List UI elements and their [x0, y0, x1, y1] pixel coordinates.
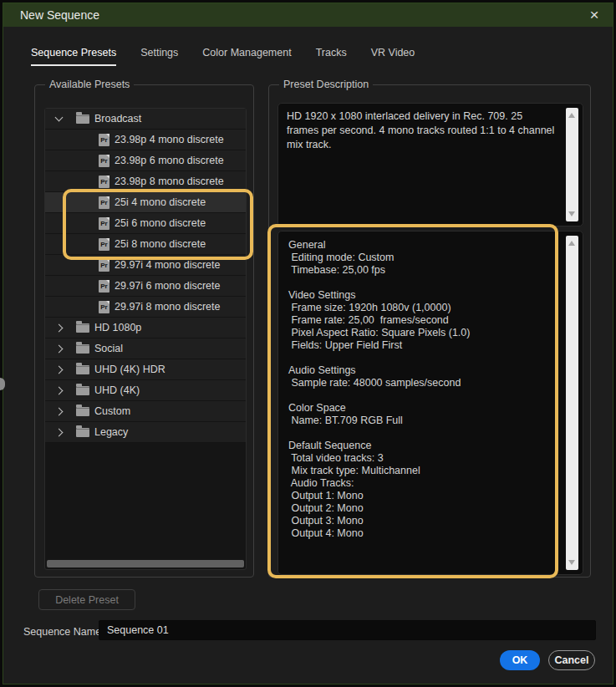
tree-item-label: 25i 8 mono discrete: [115, 238, 206, 250]
detail-line: Audio Settings: [288, 364, 556, 377]
detail-line: [288, 389, 556, 402]
tab-tracks[interactable]: Tracks: [316, 47, 347, 66]
chevron-right-icon[interactable]: [55, 386, 64, 394]
preset-description-group: Preset Description HD 1920 x 1080 interl…: [268, 84, 591, 578]
tree-folder-uhd-4k-[interactable]: UHD (4K): [45, 380, 246, 401]
detail-line: Video Settings: [288, 289, 556, 302]
preset-details-box: General Editing mode: Custom Timebase: 2…: [277, 231, 583, 575]
tree-item-label: 23.98p 6 mono discrete: [115, 155, 224, 166]
tree-preset-25i-6-mono-discrete[interactable]: Pr25i 6 mono discrete: [45, 213, 246, 234]
tree-preset-23-98p-4-mono-discrete[interactable]: Pr23.98p 4 mono discrete: [45, 130, 246, 150]
detail-line: Audio Tracks:: [288, 477, 556, 490]
chevron-right-icon[interactable]: [55, 344, 64, 353]
chevron-right-icon[interactable]: [55, 365, 64, 374]
detail-line: Frame size: 1920h 1080v (1,0000): [288, 302, 556, 314]
detail-line: General: [288, 239, 556, 252]
tree-preset-29-97i-6-mono-discrete[interactable]: Pr29.97i 6 mono discrete: [45, 276, 246, 297]
chevron-right-icon[interactable]: [55, 407, 64, 415]
tree-item-label: 23.98p 4 mono discrete: [115, 134, 224, 145]
folder-icon: [76, 407, 89, 416]
available-presets-label: Available Presets: [45, 79, 134, 90]
detail-line: Pixel Aspect Ratio: Square Pixels (1.0): [288, 327, 556, 339]
detail-line: Mix track type: Multichannel: [288, 465, 556, 477]
tree-folder-broadcast[interactable]: Broadcast: [45, 109, 246, 130]
premiere-file-icon: Pr: [99, 134, 109, 146]
premiere-file-icon: Pr: [99, 196, 109, 209]
sequence-name-label: Sequence Name:: [23, 626, 104, 638]
detail-line: Output 1: Mono: [288, 490, 556, 502]
folder-icon: [76, 365, 89, 374]
scroll-up-icon[interactable]: [568, 241, 575, 246]
detail-line: Default Sequence: [288, 440, 556, 452]
tab-bar: Sequence PresetsSettingsColor Management…: [31, 47, 415, 66]
tab-color-management[interactable]: Color Management: [202, 47, 291, 66]
tree-item-label: Custom: [94, 405, 130, 417]
detail-line: Name: BT.709 RGB Full: [288, 415, 556, 427]
premiere-file-icon: Pr: [99, 155, 109, 167]
detail-line: Frame rate: 25,00 frames/second: [288, 314, 556, 327]
cancel-button[interactable]: Cancel: [548, 650, 595, 670]
premiere-file-icon: Pr: [99, 217, 109, 230]
tab-settings[interactable]: Settings: [140, 47, 178, 66]
tree-item-label: Social: [94, 343, 123, 354]
detail-line: Color Space: [288, 402, 556, 415]
detail-line: [288, 427, 556, 440]
close-icon[interactable]: ×: [584, 5, 604, 25]
tree-item-label: UHD (4K): [94, 384, 140, 396]
tree-preset-25i-8-mono-discrete[interactable]: Pr25i 8 mono discrete: [45, 234, 246, 255]
tree-preset-29-97i-8-mono-discrete[interactable]: Pr29.97i 8 mono discrete: [45, 297, 246, 318]
title-bar: New Sequence ×: [3, 3, 613, 27]
tree-preset-23-98p-6-mono-discrete[interactable]: Pr23.98p 6 mono discrete: [45, 150, 246, 171]
detail-line: Timebase: 25,00 fps: [288, 264, 556, 277]
tree-folder-hd-1080p[interactable]: HD 1080p: [45, 318, 246, 338]
tree-folder-custom[interactable]: Custom: [45, 401, 246, 422]
premiere-file-icon: Pr: [99, 176, 109, 188]
chevron-down-icon[interactable]: [55, 114, 64, 122]
tree-item-label: HD 1080p: [94, 322, 141, 333]
new-sequence-dialog: New Sequence × Sequence PresetsSettingsC…: [3, 3, 613, 684]
detail-line: Output 4: Mono: [288, 527, 556, 540]
tree-item-label: 25i 4 mono discrete: [115, 196, 206, 208]
preset-details-text: General Editing mode: Custom Timebase: 2…: [288, 239, 556, 540]
chevron-right-icon[interactable]: [55, 323, 64, 332]
detail-line: Output 3: Mono: [288, 515, 556, 527]
folder-icon: [76, 114, 89, 124]
tree-item-label: Legacy: [94, 426, 128, 438]
tree-preset-29-97i-4-mono-discrete[interactable]: Pr29.97i 4 mono discrete: [45, 255, 246, 276]
preset-summary-text: HD 1920 x 1080 interlaced delivery in Re…: [287, 109, 556, 152]
folder-icon: [76, 428, 89, 437]
available-presets-group: Available Presets BroadcastPr23.98p 4 mo…: [34, 84, 254, 578]
summary-scrollbar[interactable]: [566, 108, 578, 221]
ok-button[interactable]: OK: [500, 650, 540, 670]
detail-line: Sample rate: 48000 samples/second: [288, 377, 556, 389]
tree-item-label: UHD (4K) HDR: [94, 364, 165, 375]
sequence-name-input[interactable]: [99, 620, 596, 640]
tree-folder-social[interactable]: Social: [45, 338, 246, 359]
tree-folder-legacy[interactable]: Legacy: [45, 422, 246, 443]
detail-line: Editing mode: Custom: [288, 252, 556, 264]
scroll-down-icon[interactable]: [568, 211, 575, 216]
tree-item-label: 29.97i 8 mono discrete: [115, 301, 220, 313]
tree-preset-23-98p-8-mono-discrete[interactable]: Pr23.98p 8 mono discrete: [45, 171, 246, 192]
premiere-file-icon: Pr: [99, 238, 109, 251]
detail-line: Total video tracks: 3: [288, 452, 556, 465]
scroll-up-icon[interactable]: [568, 113, 575, 118]
folder-icon: [76, 344, 89, 354]
tree-horizontal-scrollbar[interactable]: [47, 560, 244, 567]
detail-line: Fields: Upper Field First: [288, 339, 556, 352]
detail-line: Output 2: Mono: [288, 502, 556, 515]
tree-item-label: 29.97i 6 mono discrete: [115, 280, 220, 292]
tree-folder-uhd-4k-hdr[interactable]: UHD (4K) HDR: [45, 359, 246, 380]
tree-item-label: 29.97i 4 mono discrete: [115, 259, 220, 271]
details-scrollbar[interactable]: [566, 236, 578, 570]
preset-tree: BroadcastPr23.98p 4 mono discretePr23.98…: [44, 108, 247, 570]
tab-vr-video[interactable]: VR Video: [371, 47, 415, 66]
tab-sequence-presets[interactable]: Sequence Presets: [31, 47, 116, 66]
tree-preset-25i-4-mono-discrete[interactable]: Pr25i 4 mono discrete: [45, 192, 246, 213]
folder-icon: [76, 386, 89, 395]
scroll-down-icon[interactable]: [568, 560, 575, 565]
detail-line: [288, 352, 556, 364]
delete-preset-button[interactable]: Delete Preset: [38, 589, 135, 610]
chevron-right-icon[interactable]: [55, 428, 64, 436]
tree-item-label: 25i 6 mono discrete: [115, 217, 206, 229]
